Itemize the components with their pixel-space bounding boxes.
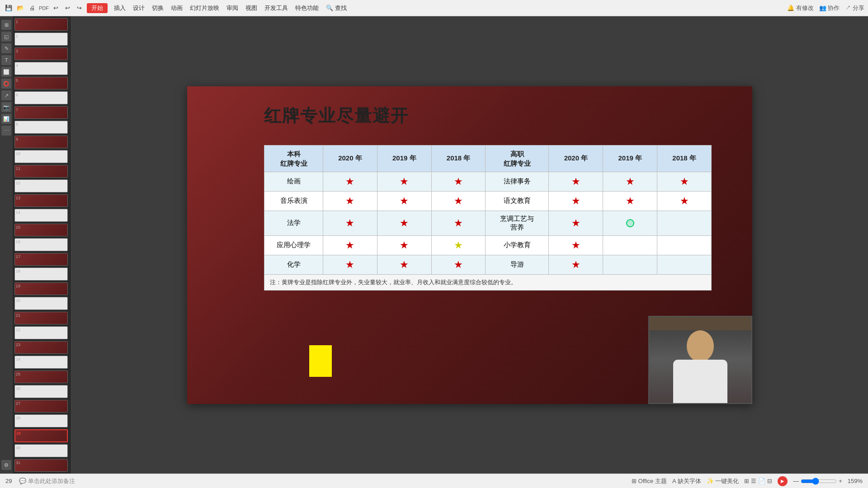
print-icon[interactable]: 🖨 bbox=[27, 3, 37, 13]
menu-insert[interactable]: 插入 bbox=[114, 4, 126, 12]
star-icon: ★ bbox=[454, 259, 463, 270]
slide-thumb-17[interactable]: 17 bbox=[14, 253, 68, 266]
webcam-feed bbox=[649, 317, 751, 403]
zoom-range[interactable] bbox=[801, 478, 837, 485]
star-icon: ★ bbox=[454, 195, 463, 206]
slide-thumb-2[interactable]: 2 bbox=[14, 33, 68, 45]
sidebar-tool-11[interactable]: ⚙ bbox=[1, 460, 11, 470]
slide-thumb-19[interactable]: 19 bbox=[14, 282, 68, 295]
sidebar-tool-8[interactable]: 📷 bbox=[1, 102, 11, 112]
slide-thumb-23[interactable]: 23 bbox=[14, 341, 68, 354]
menu-transition[interactable]: 切换 bbox=[152, 4, 164, 12]
slide-thumb-22[interactable]: 22 bbox=[14, 326, 68, 339]
sidebar-tool-1[interactable]: ⊞ bbox=[1, 20, 11, 30]
slide-thumb-29[interactable]: 29 bbox=[14, 429, 68, 443]
cell-left-major-5: 化学 bbox=[264, 255, 323, 274]
zoom-level: 159% bbox=[848, 478, 863, 484]
presenter-view-icon[interactable]: ⊟ bbox=[767, 478, 772, 484]
theme-label: ⊞ Office 主题 bbox=[632, 477, 667, 485]
menu-dev[interactable]: 开发工具 bbox=[264, 4, 288, 12]
menu-search[interactable]: 🔍 查找 bbox=[326, 4, 347, 12]
slide-thumb-26[interactable]: 26 bbox=[14, 385, 68, 398]
slide-thumb-11[interactable]: 11 bbox=[14, 165, 68, 178]
office-text: Office 主题 bbox=[638, 478, 667, 484]
slide-thumb-12[interactable]: 12 bbox=[14, 179, 68, 192]
beautify-label[interactable]: ✨ 一键美化 bbox=[707, 477, 739, 485]
slide-thumb-4[interactable]: 4 bbox=[14, 62, 68, 75]
slide-thumb-3[interactable]: 3 bbox=[14, 47, 68, 60]
save-icon[interactable]: 💾 bbox=[4, 3, 14, 13]
table-note: 注：黄牌专业是指除红牌专业外，失业量较大，就业率、月收入和就业满意度综合较低的专… bbox=[264, 274, 712, 290]
sidebar-tool-7[interactable]: ↗ bbox=[1, 90, 11, 100]
slide-thumb-15[interactable]: 15 bbox=[14, 224, 68, 236]
slide-title: 红牌专业尽量避开 bbox=[264, 104, 409, 127]
cell-right-2020-2: ★ bbox=[549, 191, 603, 211]
slide-note-area[interactable]: 💬 单击此处添加备注 bbox=[19, 477, 75, 485]
cell-right-2018-3 bbox=[657, 211, 712, 235]
undo-icon[interactable]: ↩ bbox=[51, 3, 61, 13]
slide-thumb-6[interactable]: 6 bbox=[14, 91, 68, 104]
sidebar-tool-6[interactable]: ⭕ bbox=[1, 79, 11, 89]
table-header-row: 本科红牌专业 2020 年 2019 年 2018 年 高职红牌专业 2020 … bbox=[264, 145, 712, 172]
start-button[interactable]: 开始 bbox=[87, 3, 108, 13]
slide-thumb-8[interactable]: 8 bbox=[14, 121, 68, 133]
notes-view-icon[interactable]: 📄 bbox=[758, 478, 765, 484]
slide-thumb-21[interactable]: 21 bbox=[14, 312, 68, 324]
sidebar-tool-9[interactable]: 📊 bbox=[1, 114, 11, 124]
slide-thumb-7[interactable]: 7 bbox=[14, 106, 68, 119]
slide-thumb-18[interactable]: 18 bbox=[14, 267, 68, 280]
slide-thumb-20[interactable]: 20 bbox=[14, 297, 68, 310]
slide-thumb-30[interactable]: 30 bbox=[14, 444, 68, 457]
share-btn[interactable]: ↗ 分享 bbox=[845, 4, 864, 12]
open-icon[interactable]: 📂 bbox=[15, 3, 25, 13]
slide-thumb-14[interactable]: 14 bbox=[14, 209, 68, 221]
menu-design[interactable]: 设计 bbox=[133, 4, 145, 12]
star-yellow-icon: ★ bbox=[454, 239, 463, 251]
sticky-note[interactable] bbox=[309, 345, 332, 377]
cell-right-2020-5: ★ bbox=[549, 255, 603, 274]
cell-left-2019-3: ★ bbox=[377, 211, 431, 235]
table-row: 化学 ★ ★ ★ 导游 ★ bbox=[264, 255, 712, 274]
slide-thumb-28[interactable]: 28 bbox=[14, 414, 68, 427]
menu-review[interactable]: 审阅 bbox=[226, 4, 238, 12]
cell-right-2020-1: ★ bbox=[549, 172, 603, 191]
cell-left-major-4: 应用心理学 bbox=[264, 235, 323, 255]
sidebar-tool-2[interactable]: ◱ bbox=[1, 32, 11, 42]
zoom-plus[interactable]: + bbox=[839, 478, 842, 484]
cell-right-2019-5 bbox=[603, 255, 657, 274]
sidebar-tool-4[interactable]: T bbox=[1, 55, 11, 65]
slide-thumb-5[interactable]: 5 bbox=[14, 77, 68, 89]
zoom-slider[interactable]: — + bbox=[793, 478, 842, 485]
zoom-minus[interactable]: — bbox=[793, 478, 799, 484]
slide-thumb-16[interactable]: 16 bbox=[14, 238, 68, 251]
modified-status: 🔔 有修改 bbox=[787, 4, 814, 12]
sidebar-tool-10[interactable]: ⋯ bbox=[1, 126, 11, 136]
slide-thumb-1[interactable]: 1 bbox=[14, 18, 68, 31]
grid-view-icon[interactable]: ⊞ bbox=[744, 478, 749, 484]
undo-btn[interactable]: ↩ bbox=[62, 3, 72, 13]
menu-animation[interactable]: 动画 bbox=[171, 4, 183, 12]
sidebar-tool-5[interactable]: ⬜ bbox=[1, 67, 11, 77]
slide-thumb-31[interactable]: 31 bbox=[14, 459, 68, 472]
menu-slideshow[interactable]: 幻灯片放映 bbox=[190, 4, 219, 12]
slide-thumb-10[interactable]: 10 bbox=[14, 150, 68, 163]
slide-thumb-24[interactable]: 24 bbox=[14, 356, 68, 368]
outline-view-icon[interactable]: ☰ bbox=[751, 478, 756, 484]
slide-thumb-9[interactable]: 9 bbox=[14, 136, 68, 148]
play-button[interactable]: ▶ bbox=[778, 476, 788, 486]
status-bar-right: ⊞ Office 主题 A 缺关字体 ✨ 一键美化 ⊞ ☰ 📄 ⊟ ▶ — + … bbox=[632, 476, 863, 486]
cell-right-2018-2: ★ bbox=[657, 191, 712, 211]
star-icon: ★ bbox=[454, 217, 463, 229]
collaborate-btn[interactable]: 👥 协作 bbox=[819, 4, 840, 12]
cell-left-2019-1: ★ bbox=[377, 172, 431, 191]
sidebar-tool-3[interactable]: ✎ bbox=[1, 43, 11, 53]
menu-special[interactable]: 特色功能 bbox=[295, 4, 319, 12]
menu-view[interactable]: 视图 bbox=[245, 4, 257, 12]
star-icon: ★ bbox=[400, 259, 409, 270]
redo-btn[interactable]: ↪ bbox=[74, 3, 84, 13]
slide-thumb-27[interactable]: 27 bbox=[14, 400, 68, 413]
pdf-icon[interactable]: PDF bbox=[39, 3, 49, 13]
slide-thumb-13[interactable]: 13 bbox=[14, 194, 68, 207]
slide-thumb-25[interactable]: 25 bbox=[14, 371, 68, 383]
editor-area[interactable]: 红牌专业尽量避开 本科红牌专业 2020 年 2019 年 2018 年 高职红… bbox=[71, 16, 868, 474]
